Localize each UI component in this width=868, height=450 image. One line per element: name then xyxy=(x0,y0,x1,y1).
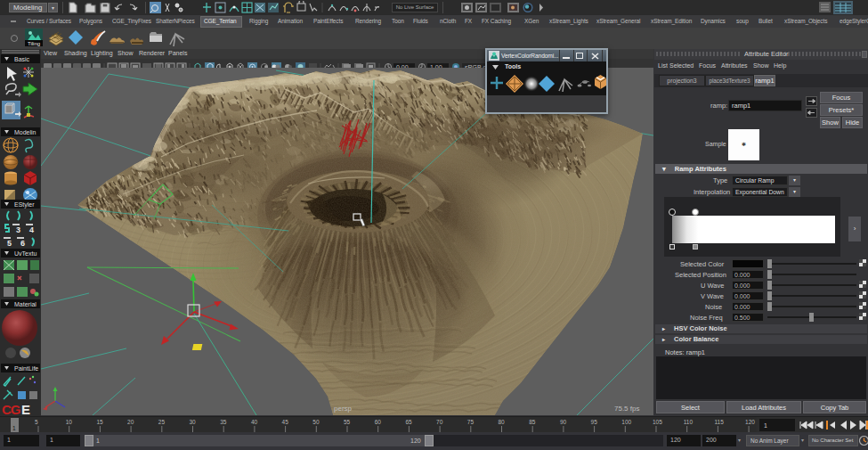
svg-text:35: 35 xyxy=(220,419,227,425)
svg-text:60: 60 xyxy=(375,419,382,425)
svg-text:110: 110 xyxy=(684,419,694,425)
svg-text:4: 4 xyxy=(29,225,34,234)
svg-text:50: 50 xyxy=(312,419,320,425)
svg-text:CG: CG xyxy=(2,402,20,416)
svg-text:6: 6 xyxy=(20,239,25,248)
svg-text:85: 85 xyxy=(529,419,536,425)
svg-text:1: 1 xyxy=(764,422,767,429)
svg-text:Tiling: Tiling xyxy=(28,41,40,46)
svg-text:115: 115 xyxy=(714,419,724,425)
svg-text:15: 15 xyxy=(96,419,103,425)
svg-text:25: 25 xyxy=(158,419,166,425)
svg-text:PaintLife: PaintLife xyxy=(14,365,38,372)
svg-text:45: 45 xyxy=(282,419,289,425)
svg-text:30: 30 xyxy=(190,419,197,425)
svg-text:75.5 fps: 75.5 fps xyxy=(614,405,639,413)
svg-text:Basic: Basic xyxy=(14,56,30,62)
svg-text:65: 65 xyxy=(405,419,412,425)
svg-text:120: 120 xyxy=(745,419,755,425)
svg-text:5: 5 xyxy=(35,419,38,425)
svg-text:E: E xyxy=(21,402,30,416)
svg-text:55: 55 xyxy=(344,419,351,425)
svg-text:90: 90 xyxy=(560,419,567,425)
svg-text:persp: persp xyxy=(334,405,353,413)
svg-text:40: 40 xyxy=(251,419,258,425)
svg-text:100: 100 xyxy=(621,419,631,425)
svg-text:20: 20 xyxy=(127,419,134,425)
svg-text:1: 1 xyxy=(12,425,16,431)
svg-text:5: 5 xyxy=(7,239,12,248)
svg-text:70: 70 xyxy=(436,419,443,425)
svg-text:Material: Material xyxy=(14,301,37,307)
svg-text:95: 95 xyxy=(591,419,598,425)
svg-text:3: 3 xyxy=(16,225,20,234)
svg-text:105: 105 xyxy=(653,419,662,425)
svg-text:75: 75 xyxy=(467,419,475,425)
svg-text:UvTextu: UvTextu xyxy=(14,250,37,257)
svg-text:Modelin: Modelin xyxy=(14,129,37,135)
svg-text:10: 10 xyxy=(66,419,73,425)
svg-text:80: 80 xyxy=(499,419,506,425)
svg-text:EStyler: EStyler xyxy=(14,201,35,209)
